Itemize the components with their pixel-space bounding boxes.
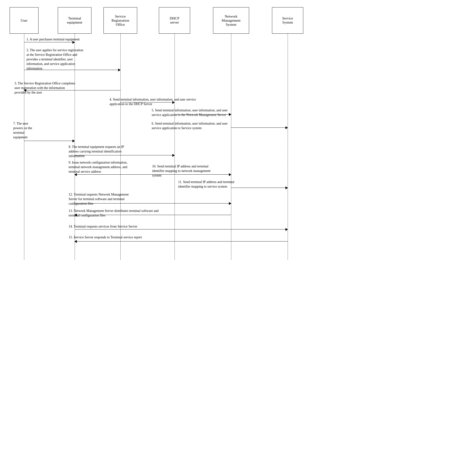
- lifeline-nms: [231, 34, 231, 260]
- actor-dhcp: DHCPserver: [159, 7, 190, 34]
- lifeline-ss: [288, 34, 288, 260]
- label-step-13: 13. Network Management Server distribute…: [69, 209, 159, 218]
- sequence-diagram: UserTerminalequipmentServiceRegistration…: [0, 0, 472, 476]
- label-step-11: 11. Send terminal IP address and termina…: [178, 180, 234, 189]
- actor-terminal: Terminalequipment: [58, 7, 91, 34]
- label-step-7: 7. The userpowers on theterminalequipmen…: [13, 121, 32, 140]
- label-step-10: 10. Send terminal IP address and termina…: [152, 164, 211, 178]
- label-step-1: 1. A user purchases terminal equipment: [26, 37, 80, 42]
- label-step-9: 9. Issue network configuration informati…: [69, 160, 127, 174]
- arrow-step-14: [75, 229, 288, 229]
- actor-sro: ServiceRegistrationOffice: [104, 7, 137, 34]
- label-step-6: 6. Send terminal information, user infor…: [152, 121, 228, 131]
- arrow-step-6: [231, 127, 288, 128]
- label-step-5: 5. Send terminal information, user infor…: [152, 108, 228, 117]
- arrow-step-15: [75, 241, 288, 241]
- arrow-step-1: [24, 42, 75, 42]
- arrow-step-7: [24, 141, 75, 141]
- label-step-4: 4. Send terminal information, user infor…: [109, 97, 196, 106]
- label-step-8: 8. The terminal equipment requests an IP…: [69, 145, 124, 158]
- actor-ss: ServiceSystem: [272, 7, 303, 34]
- actor-nms: NetworkManagementSystem: [213, 7, 249, 34]
- label-step-15: 15. Service Server responds to Terminal …: [69, 235, 142, 240]
- label-step-14: 14. Terminal requests services from Serv…: [69, 224, 137, 229]
- actor-user: User: [10, 7, 38, 34]
- label-step-2: 2. The user applies for service registra…: [26, 48, 83, 71]
- label-step-12: 12. Terminal requests Network Management…: [69, 192, 129, 206]
- lifeline-user: [24, 34, 24, 260]
- lifeline-dhcp: [175, 34, 175, 260]
- label-step-3: 3. The Service Registration Office compl…: [15, 81, 75, 95]
- arrow-step-11: [231, 187, 288, 188]
